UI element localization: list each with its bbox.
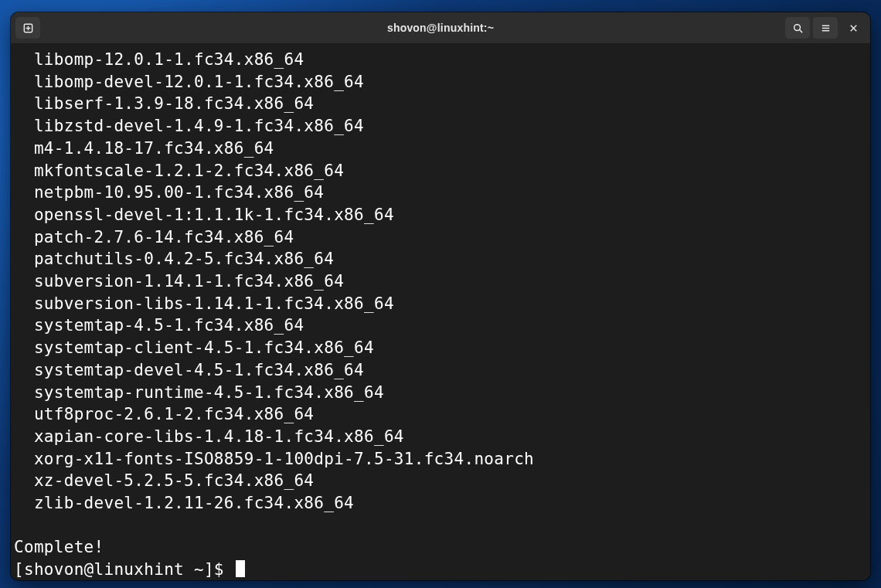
menu-button[interactable] (813, 17, 838, 39)
search-button[interactable] (785, 17, 810, 39)
terminal-output: libomp-12.0.1-1.fc34.x86_64 libomp-devel… (14, 49, 867, 580)
new-tab-icon (22, 22, 34, 34)
close-icon (848, 22, 859, 34)
window-title: shovon@linuxhint:~ (108, 22, 773, 34)
cursor (236, 560, 245, 577)
svg-line-4 (799, 29, 802, 32)
svg-point-3 (794, 24, 800, 30)
hamburger-icon (820, 22, 832, 34)
new-tab-button[interactable] (15, 17, 40, 39)
close-button[interactable] (841, 17, 866, 39)
search-icon (792, 22, 804, 34)
terminal-body[interactable]: libomp-12.0.1-1.fc34.x86_64 libomp-devel… (11, 44, 870, 580)
titlebar: shovon@linuxhint:~ (11, 12, 870, 44)
terminal-window: shovon@linuxhint:~ (11, 12, 870, 580)
